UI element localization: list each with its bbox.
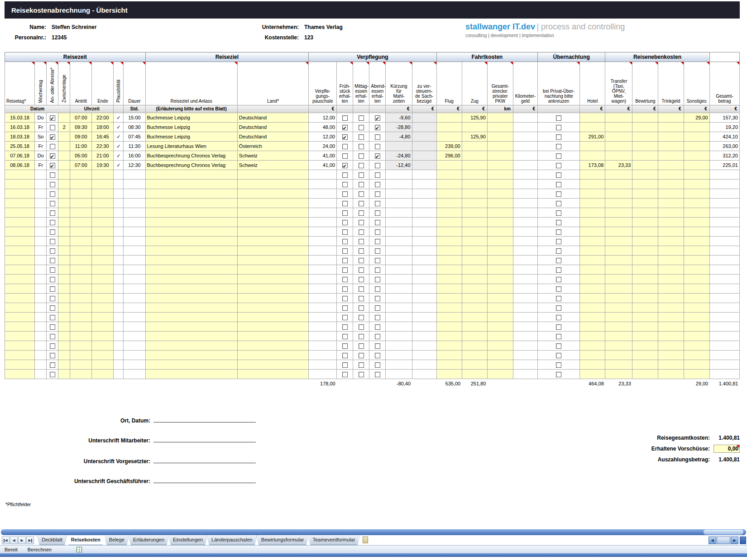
cell-hotel[interactable] bbox=[580, 313, 605, 322]
cell-reiseziel[interactable]: Buchbesprechnung Chronos Verlag bbox=[145, 161, 237, 170]
fruehstueck-checkbox[interactable] bbox=[342, 305, 348, 311]
fruehstueck-checkbox[interactable] bbox=[342, 210, 348, 216]
cell-transfer[interactable] bbox=[605, 341, 632, 351]
cell-reisetag[interactable] bbox=[5, 360, 35, 370]
cell-land[interactable]: Deutschland bbox=[237, 132, 308, 142]
mittagessen-checkbox[interactable] bbox=[359, 229, 364, 235]
cell-transfer[interactable] bbox=[605, 237, 632, 246]
privat-checkbox[interactable] bbox=[556, 315, 561, 320]
cell-bewirtung[interactable] bbox=[632, 142, 658, 151]
cell-reiseziel[interactable] bbox=[145, 275, 237, 284]
fruehstueck-checkbox[interactable] bbox=[342, 362, 348, 368]
abendessen-checkbox[interactable] bbox=[375, 220, 380, 225]
cell-reiseziel[interactable] bbox=[145, 180, 237, 189]
cell-hotel[interactable] bbox=[580, 218, 605, 227]
cell-trinkgeld[interactable] bbox=[658, 113, 684, 123]
mittagessen-checkbox[interactable] bbox=[359, 353, 364, 358]
cell-flug[interactable]: 296,00 bbox=[436, 151, 462, 161]
an_abreise-checkbox[interactable] bbox=[50, 182, 55, 187]
abendessen-checkbox[interactable] bbox=[375, 191, 380, 197]
cell-zug[interactable] bbox=[462, 313, 487, 322]
cell-hotel[interactable] bbox=[580, 123, 605, 132]
fruehstueck-checkbox[interactable] bbox=[342, 315, 348, 320]
cell-strecke[interactable] bbox=[487, 208, 513, 218]
fruehstueck-checkbox[interactable] bbox=[342, 220, 348, 225]
cell-antritt[interactable] bbox=[70, 322, 92, 332]
privat-checkbox[interactable] bbox=[556, 144, 561, 149]
mittagessen-checkbox[interactable] bbox=[359, 343, 364, 349]
cell-antritt[interactable] bbox=[70, 237, 92, 246]
cell-strecke[interactable] bbox=[487, 313, 513, 322]
abendessen-checkbox[interactable] bbox=[375, 144, 380, 149]
cell-flug[interactable] bbox=[436, 199, 462, 208]
cell-strecke[interactable] bbox=[487, 237, 513, 246]
an_abreise-checkbox[interactable] bbox=[50, 134, 55, 140]
an_abreise-checkbox[interactable] bbox=[50, 324, 55, 330]
cell-reisetag[interactable] bbox=[5, 237, 35, 246]
an_abreise-checkbox[interactable] bbox=[50, 353, 55, 358]
cell-trinkgeld[interactable] bbox=[658, 161, 684, 170]
cell-hotel[interactable] bbox=[580, 189, 605, 199]
cell-zwischentage[interactable] bbox=[58, 256, 70, 265]
cell-transfer[interactable] bbox=[605, 284, 632, 294]
fruehstueck-checkbox[interactable] bbox=[342, 229, 348, 235]
cell-zug[interactable] bbox=[462, 351, 487, 360]
cell-trinkgeld[interactable] bbox=[658, 256, 684, 265]
cell-reiseziel[interactable] bbox=[145, 208, 237, 218]
cell-antritt[interactable]: 07:00 bbox=[70, 113, 92, 123]
privat-checkbox[interactable] bbox=[556, 258, 561, 263]
cell-flug[interactable] bbox=[436, 332, 462, 341]
cell-ende[interactable]: 18:00 bbox=[92, 123, 114, 132]
cell-hotel[interactable]: 173,08 bbox=[580, 161, 605, 170]
cell-reisetag[interactable] bbox=[5, 275, 35, 284]
cell-strecke[interactable] bbox=[487, 246, 513, 256]
an_abreise-checkbox[interactable] bbox=[50, 305, 55, 311]
cell-zwischentage[interactable] bbox=[58, 284, 70, 294]
privat-checkbox[interactable] bbox=[556, 163, 561, 168]
mittagessen-checkbox[interactable] bbox=[359, 210, 364, 216]
cell-ende[interactable] bbox=[92, 180, 114, 189]
fruehstueck-checkbox[interactable] bbox=[342, 372, 348, 377]
cell-transfer[interactable] bbox=[605, 132, 632, 142]
cell-ende[interactable] bbox=[92, 360, 114, 370]
mittagessen-checkbox[interactable] bbox=[359, 286, 364, 292]
cell-hotel[interactable] bbox=[580, 360, 605, 370]
cell-flug[interactable]: 239,00 bbox=[436, 142, 462, 151]
cell-bewirtung[interactable] bbox=[632, 256, 658, 265]
cell-reiseziel[interactable] bbox=[145, 322, 237, 332]
cell-land[interactable]: Schweiz bbox=[237, 161, 308, 170]
scroll-left-icon[interactable]: ◀ bbox=[709, 536, 716, 544]
cell-reisetag[interactable] bbox=[5, 208, 35, 218]
cell-bewirtung[interactable] bbox=[632, 161, 658, 170]
mittagessen-checkbox[interactable] bbox=[359, 163, 364, 168]
cell-bewirtung[interactable] bbox=[632, 265, 658, 275]
sheet-tab-deckblatt[interactable]: Deckblatt bbox=[37, 536, 67, 545]
privat-checkbox[interactable] bbox=[556, 324, 561, 330]
cell-hotel[interactable] bbox=[580, 208, 605, 218]
cell-antritt[interactable] bbox=[70, 351, 92, 360]
cell-zug[interactable] bbox=[462, 246, 487, 256]
privat-checkbox[interactable] bbox=[556, 125, 561, 130]
cell-flug[interactable] bbox=[436, 303, 462, 313]
cell-sonstiges[interactable] bbox=[684, 360, 709, 370]
cell-land[interactable] bbox=[237, 246, 308, 256]
cell-reisetag[interactable] bbox=[5, 246, 35, 256]
cell-bewirtung[interactable] bbox=[632, 322, 658, 332]
cell-bewirtung[interactable] bbox=[632, 123, 658, 132]
mittagessen-checkbox[interactable] bbox=[359, 153, 364, 159]
sheet-tab-erläuterungen[interactable]: Erläuterungen bbox=[128, 536, 169, 545]
cell-hotel[interactable] bbox=[580, 227, 605, 237]
cell-land[interactable] bbox=[237, 208, 308, 218]
cell-reisetag[interactable] bbox=[5, 322, 35, 332]
cell-land[interactable] bbox=[237, 284, 308, 294]
cell-sonstiges[interactable] bbox=[684, 265, 709, 275]
privat-checkbox[interactable] bbox=[556, 277, 561, 282]
cell-reisetag[interactable] bbox=[5, 313, 35, 322]
cell-sonstiges[interactable] bbox=[684, 189, 709, 199]
cell-land[interactable] bbox=[237, 227, 308, 237]
mittagessen-checkbox[interactable] bbox=[359, 220, 364, 225]
an_abreise-checkbox[interactable] bbox=[50, 115, 55, 121]
an_abreise-checkbox[interactable] bbox=[50, 201, 55, 206]
cell-land[interactable] bbox=[237, 351, 308, 360]
cell-zwischentage[interactable] bbox=[58, 332, 70, 341]
